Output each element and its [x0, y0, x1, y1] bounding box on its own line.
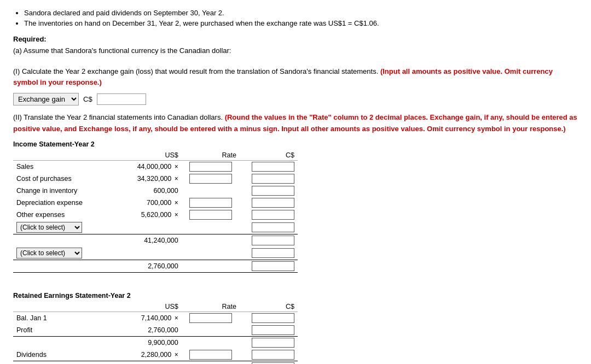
re-subtotal-cs-input[interactable]: [252, 338, 294, 348]
table-row: Change in inventory 600,000: [13, 185, 298, 197]
is-header-label: [13, 150, 106, 161]
table-row: Sales 44,000,000 ×: [13, 160, 298, 173]
table-row: 9,900,000: [13, 336, 298, 349]
re-subtotal-us: 9,900,000: [106, 336, 182, 349]
exchange-gain-input[interactable]: [97, 93, 146, 105]
is-cop-rate-input[interactable]: [189, 174, 232, 184]
is-other-label: Other expenses: [13, 209, 106, 221]
re-bal-jan-cs-input[interactable]: [252, 313, 294, 323]
re-subtotal-rate: [182, 336, 240, 349]
is-cop-rate-cell: [182, 173, 240, 185]
bullet-list: Sandora declared and paid dividends on S…: [13, 9, 578, 27]
is-total-label: [13, 260, 106, 272]
is-select1-rate: [182, 221, 240, 234]
is-other-cs-input[interactable]: [252, 210, 294, 220]
currency-label: C$: [83, 95, 92, 103]
is-select1-cs: [240, 221, 298, 234]
exchange-gain-dropdown[interactable]: Exchange gain Exchange loss: [13, 93, 79, 105]
re-header-us: US$: [106, 302, 182, 312]
retained-earnings-title: Retained Earnings Statement-Year 2: [13, 292, 578, 300]
is-select2-cs-input[interactable]: [252, 248, 294, 258]
table-row: 41,240,000: [13, 234, 298, 246]
is-select2-cs: [240, 246, 298, 260]
is-dep-label: Depreciation expense: [13, 197, 106, 209]
income-statement-table: US$ Rate C$ Sales 44,000,000 × Cost of p…: [13, 150, 298, 273]
is-cii-us: 600,000: [106, 185, 182, 197]
table-row: Bal. Jan 1 7,140,000 ×: [13, 312, 298, 324]
is-sales-label: Sales: [13, 160, 106, 173]
re-bal-jan-rate-input[interactable]: [189, 313, 232, 323]
table-row: (Click to select): [13, 221, 298, 234]
is-select1-dropdown[interactable]: (Click to select): [16, 222, 82, 233]
is-other-rate-input[interactable]: [189, 210, 232, 220]
is-subtotal-rate: [182, 234, 240, 246]
is-select2-rate: [182, 246, 240, 260]
is-dep-cs-input[interactable]: [252, 198, 294, 208]
re-header-label: [13, 302, 106, 312]
is-cii-label: Change in inventory: [13, 185, 106, 197]
table-row: (Click to select): [13, 246, 298, 260]
is-total-rate: [182, 260, 240, 272]
re-bal-jan-label: Bal. Jan 1: [13, 312, 106, 324]
is-subtotal-cs: [240, 234, 298, 246]
part-i-label: (I) Calculate the Year 2 exchange gain (…: [13, 66, 578, 87]
is-sales-rate-input[interactable]: [189, 162, 232, 172]
retained-earnings-table: US$ Rate C$ Bal. Jan 1 7,140,000 × Profi…: [13, 302, 298, 364]
re-bal-dec-label: Bal. Dec 31: [13, 361, 106, 364]
is-select2-us: [106, 246, 182, 260]
is-cii-rate-cell: [182, 185, 240, 197]
re-bal-jan-us: 7,140,000 ×: [106, 312, 182, 324]
re-bal-dec-cs-input[interactable]: [252, 362, 294, 364]
table-row: Bal. Dec 31 7,620,000: [13, 361, 298, 364]
re-bal-jan-cs-cell: [240, 312, 298, 324]
is-total-us: 2,760,000: [106, 260, 182, 272]
is-other-cs-cell: [240, 209, 298, 221]
is-cii-cs-cell: [240, 185, 298, 197]
table-row: Profit 2,760,000: [13, 324, 298, 337]
re-bal-dec-us: 7,620,000: [106, 361, 182, 364]
re-profit-cs-input[interactable]: [252, 325, 294, 335]
is-select1-cs-input[interactable]: [252, 222, 294, 232]
is-sales-cs-cell: [240, 160, 298, 173]
is-select1-cell[interactable]: (Click to select): [13, 221, 106, 234]
part-ii-instructions: (II) Translate the Year 2 financial stat…: [13, 112, 578, 135]
is-subtotal-us: 41,240,000: [106, 234, 182, 246]
is-other-us: 5,620,000 ×: [106, 209, 182, 221]
re-profit-label: Profit: [13, 324, 106, 337]
is-dep-us: 700,000 ×: [106, 197, 182, 209]
part-i-text: (I) Calculate the Year 2 exchange gain (…: [13, 67, 378, 75]
part-a-label: (a) Assume that Sandora's functional cur…: [13, 46, 578, 55]
retained-earnings-section: Retained Earnings Statement-Year 2 US$ R…: [13, 292, 578, 364]
re-bal-dec-cs: [240, 361, 298, 364]
bullet-item-2: The inventories on hand on December 31, …: [24, 19, 578, 27]
is-sales-cs-input[interactable]: [252, 162, 294, 172]
is-total-cs-input[interactable]: [252, 261, 294, 271]
is-subtotal-cs-input[interactable]: [252, 236, 294, 245]
exchange-gain-row: Exchange gain Exchange loss C$: [13, 93, 578, 105]
is-dep-rate-cell: [182, 197, 240, 209]
re-header-cs: C$: [240, 302, 298, 312]
table-row: Depreciation expense 700,000 ×: [13, 197, 298, 209]
re-subtotal-cs: [240, 336, 298, 349]
is-dep-rate-input[interactable]: [189, 198, 232, 208]
is-select1-us: [106, 221, 182, 234]
table-row: 2,760,000: [13, 260, 298, 272]
is-cop-cs-input[interactable]: [252, 174, 294, 184]
is-select2-cell[interactable]: (Click to select): [13, 246, 106, 260]
re-dividends-rate-cell: [182, 349, 240, 361]
re-profit-cs: [240, 324, 298, 337]
is-cii-cs-input[interactable]: [252, 186, 294, 196]
is-other-rate-cell: [182, 209, 240, 221]
re-dividends-label: Dividends: [13, 349, 106, 361]
is-cop-label: Cost of purchases: [13, 173, 106, 185]
re-dividends-us: 2,280,000 ×: [106, 349, 182, 361]
table-row: Dividends 2,280,000 ×: [13, 349, 298, 361]
re-dividends-rate-input[interactable]: [189, 350, 232, 360]
is-header-rate: Rate: [182, 150, 240, 161]
table-row: Cost of purchases 34,320,000 ×: [13, 173, 298, 185]
re-dividends-cs-input[interactable]: [252, 350, 294, 360]
required-label: Required:: [13, 35, 578, 43]
is-select2-dropdown[interactable]: (Click to select): [16, 248, 82, 259]
is-sales-rate-cell: [182, 160, 240, 173]
table-row: Other expenses 5,620,000 ×: [13, 209, 298, 221]
